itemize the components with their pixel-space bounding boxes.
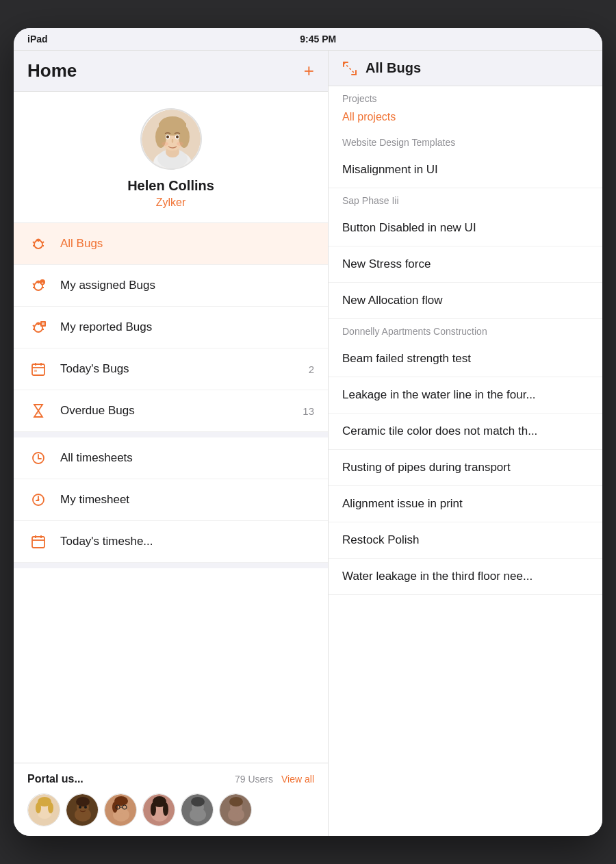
portal-title: Portal us... — [27, 773, 235, 785]
portal-avatar-6[interactable] — [219, 793, 252, 826]
svg-rect-9 — [159, 123, 186, 134]
profile-company: Zylker — [156, 196, 186, 209]
svg-point-13 — [176, 136, 179, 138]
left-header: Home + — [14, 51, 328, 92]
profile-name: Helen Collins — [127, 178, 214, 194]
portal-avatar-1[interactable] — [27, 793, 60, 826]
bug-title: New Stress force — [342, 257, 431, 270]
svg-point-12 — [166, 136, 169, 138]
bug-title: Leakage in the water line in the four... — [342, 388, 536, 401]
svg-point-69 — [112, 802, 118, 813]
nav-label-todays-bugs: Today's Bugs — [60, 362, 309, 376]
nav-item-todays-timesheet[interactable]: Today's timeshe... — [14, 521, 328, 563]
project-section-donnelly: Donnelly Apartments Construction — [329, 319, 602, 341]
nav-item-my-timesheet[interactable]: My timesheet — [14, 479, 328, 521]
svg-line-19 — [42, 242, 44, 243]
svg-rect-49 — [32, 537, 44, 548]
svg-point-77 — [151, 802, 156, 816]
bug-title: Button Disabled in new UI — [342, 221, 476, 234]
svg-point-62 — [76, 797, 90, 806]
portal-avatars — [27, 793, 314, 826]
nav-item-overdue-bugs[interactable]: Overdue Bugs 13 — [14, 390, 328, 432]
svg-rect-36 — [40, 321, 46, 327]
svg-point-86 — [229, 797, 243, 806]
svg-point-15 — [177, 142, 183, 146]
bug-item-rusting[interactable]: Rusting of pipes during transport — [329, 450, 602, 486]
svg-rect-39 — [32, 364, 44, 375]
nav-label-todays-timesheet: Today's timeshe... — [60, 535, 314, 548]
bug-item-restock-polish[interactable]: Restock Polish — [329, 522, 602, 559]
svg-text:+: + — [41, 281, 44, 285]
all-projects-label[interactable]: All projects — [329, 111, 602, 130]
bug-icon — [27, 233, 49, 255]
bug-title: Water leakage in the third floor nee... — [342, 570, 532, 583]
portal-section: Portal us... 79 Users View all — [14, 763, 328, 836]
nav-item-todays-bugs[interactable]: Today's Bugs 2 — [14, 348, 328, 390]
svg-point-78 — [163, 802, 168, 816]
avatar — [140, 108, 202, 170]
right-header-title: All Bugs — [365, 60, 421, 76]
section-divider-2 — [14, 563, 328, 568]
portal-avatar-2[interactable] — [66, 793, 99, 826]
home-title: Home — [27, 60, 77, 81]
expand-icon — [342, 61, 357, 76]
svg-line-91 — [344, 62, 356, 75]
nav-label-my-timesheet: My timesheet — [60, 493, 314, 507]
nav-item-my-assigned[interactable]: + My assigned Bugs — [14, 265, 328, 307]
nav-label-my-assigned: My assigned Bugs — [60, 279, 314, 292]
portal-avatar-3[interactable] — [104, 793, 137, 826]
project-section-website: Website Design Templates — [329, 130, 602, 152]
portal-avatar-4[interactable] — [142, 793, 175, 826]
status-device: iPad — [27, 34, 48, 45]
portal-count: 79 Users — [235, 774, 273, 785]
svg-point-14 — [162, 142, 168, 146]
overdue-bugs-badge: 13 — [303, 405, 314, 417]
nav-item-all-timesheets[interactable]: All timesheets — [14, 437, 328, 479]
bug-title: Ceramic tile color does not match th... — [342, 424, 537, 437]
nav-section: All Bugs + — [14, 223, 328, 763]
status-time: 9:45 PM — [48, 34, 589, 45]
bug-item-beam-failed[interactable]: Beam failed strength test — [329, 341, 602, 377]
bug-item-leakage[interactable]: Leakage in the water line in the four... — [329, 377, 602, 414]
calendar-timesheet-icon — [27, 531, 49, 552]
right-header: All Bugs — [329, 51, 602, 86]
nav-item-my-reported[interactable]: My reported Bugs — [14, 307, 328, 348]
svg-point-82 — [191, 797, 205, 806]
timesheet-icon — [27, 447, 49, 469]
status-bar: iPad 9:45 PM — [14, 28, 602, 51]
reported-bug-icon — [27, 316, 49, 338]
section-divider-1 — [14, 432, 328, 437]
bug-title: New Allocation flow — [342, 294, 442, 307]
bug-title: Beam failed strength test — [342, 352, 471, 365]
main-content: Home + — [14, 51, 602, 836]
bug-item-misalignment[interactable]: Misalignment in UI — [329, 152, 602, 188]
bug-item-ceramic-tile[interactable]: Ceramic tile color does not match th... — [329, 414, 602, 450]
bug-title: Rusting of pipes during transport — [342, 461, 511, 474]
svg-line-24 — [33, 283, 34, 285]
svg-point-64 — [84, 806, 87, 809]
profile-section: Helen Collins Zylker — [14, 92, 328, 223]
nav-item-all-bugs[interactable]: All Bugs — [14, 223, 328, 265]
svg-line-32 — [33, 325, 34, 327]
bug-title: Alignment issue in print — [342, 497, 463, 510]
add-button[interactable]: + — [304, 60, 314, 81]
portal-viewall-button[interactable]: View all — [281, 774, 314, 785]
bug-item-allocation-flow[interactable]: New Allocation flow — [329, 283, 602, 319]
bug-item-water-leakage-third[interactable]: Water leakage in the third floor nee... — [329, 559, 602, 595]
portal-avatar-5[interactable] — [181, 793, 214, 826]
bug-item-button-disabled[interactable]: Button Disabled in new UI — [329, 210, 602, 246]
svg-point-58 — [48, 802, 53, 813]
bug-item-stress-force[interactable]: New Stress force — [329, 246, 602, 283]
todays-bugs-badge: 2 — [309, 364, 314, 375]
bug-title: Misalignment in UI — [342, 163, 438, 176]
portal-header: Portal us... 79 Users View all — [27, 773, 314, 785]
bug-item-alignment-print[interactable]: Alignment issue in print — [329, 486, 602, 522]
svg-line-18 — [33, 242, 34, 243]
nav-label-my-reported: My reported Bugs — [60, 320, 314, 334]
left-panel: Home + — [14, 51, 329, 836]
project-section-sap: Sap Phase Iii — [329, 188, 602, 210]
svg-point-48 — [38, 499, 40, 501]
hourglass-icon — [27, 400, 49, 422]
projects-label: Projects — [329, 86, 602, 111]
right-panel: All Bugs Projects All projects Website D… — [329, 51, 602, 836]
